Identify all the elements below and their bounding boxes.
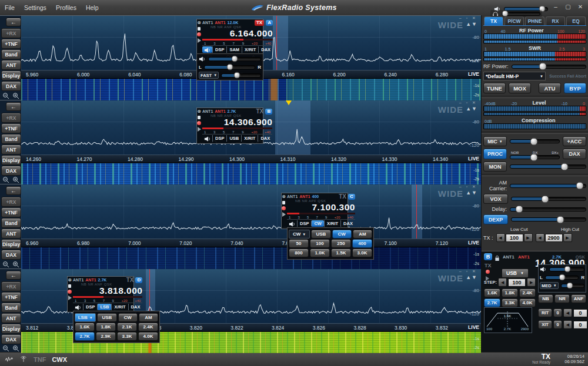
- delay-slider[interactable]: [510, 207, 586, 211]
- decrement-icon[interactable]: ◀: [536, 233, 544, 242]
- agc-select[interactable]: FAST▼: [199, 72, 219, 79]
- minimize-button[interactable]: ‒: [552, 3, 560, 11]
- filter-width-button[interactable]: 400: [352, 239, 372, 248]
- filter-width-button[interactable]: 2.7K: [75, 332, 95, 341]
- filter-preset-button[interactable]: 1.6K: [484, 288, 500, 297]
- dexp-slider[interactable]: [511, 217, 586, 221]
- filter-preset-button[interactable]: 1.8K: [502, 288, 518, 297]
- play-icon[interactable]: [198, 38, 201, 43]
- dax-button[interactable]: DAX: [563, 149, 586, 159]
- panel-menu-button[interactable]: +RX: [1, 113, 21, 123]
- filter-width-button[interactable]: 2.9K: [96, 332, 116, 341]
- panel-menu-button[interactable]: Display: [1, 239, 21, 249]
- record-icon[interactable]: [486, 270, 490, 274]
- flag-menu-button[interactable]: DSP: [297, 220, 311, 227]
- mode-button[interactable]: USB: [97, 313, 116, 322]
- filter-width-button[interactable]: 250: [331, 239, 351, 248]
- tx-profile-select[interactable]: *Default HM-P▼: [483, 72, 546, 80]
- filter-width-button[interactable]: 100: [310, 239, 330, 248]
- vox-button[interactable]: VOX: [483, 194, 508, 204]
- play-icon[interactable]: [282, 212, 286, 217]
- rf-power-slider[interactable]: [512, 65, 586, 69]
- panel-menu-button[interactable]: +TNF: [1, 292, 21, 302]
- atu-button[interactable]: ATU: [539, 83, 561, 93]
- filter-preset-button[interactable]: 4.0K: [519, 298, 536, 307]
- bandwidth-label[interactable]: 2.7K: [98, 278, 107, 282]
- zoom-down-icon[interactable]: ▼: [472, 106, 477, 112]
- record-icon[interactable]: [282, 206, 286, 210]
- flag-menu-button[interactable]: DAX: [258, 135, 272, 142]
- am-carrier-slider[interactable]: [510, 184, 586, 188]
- balance-slider[interactable]: [204, 65, 255, 69]
- panel-menu-button[interactable]: +RX: [1, 28, 21, 38]
- mic-gain-slider[interactable]: [510, 139, 560, 143]
- panel-menu-button[interactable]: ANT: [1, 229, 21, 239]
- filter-width-button[interactable]: 3.0K: [352, 249, 372, 257]
- filter-width-button[interactable]: 1.8K: [96, 323, 116, 331]
- maximize-button[interactable]: ▢: [564, 3, 572, 11]
- flag-menu-button[interactable]: X/RIT: [324, 220, 340, 227]
- record-icon[interactable]: [68, 290, 72, 294]
- flag-menu-button[interactable]: SAM: [226, 46, 242, 53]
- increment-icon[interactable]: ▶: [527, 278, 536, 287]
- menu-item[interactable]: Profiles: [56, 4, 76, 11]
- agc-threshold-slider[interactable]: [221, 73, 261, 78]
- filter-width-button[interactable]: 1.6K: [75, 323, 95, 331]
- panel-menu-button[interactable]: +TNF: [1, 207, 21, 217]
- menu-item[interactable]: Settings: [24, 4, 46, 11]
- bandwidth-label[interactable]: 2.7K: [228, 109, 236, 113]
- audio-popup-button[interactable]: [73, 304, 83, 310]
- nr-button[interactable]: NR: [554, 294, 570, 303]
- sidebar-tab[interactable]: P/CW: [505, 16, 524, 25]
- tx-antenna-label[interactable]: ANT1: [215, 21, 225, 25]
- sidebar-tab[interactable]: RX: [546, 16, 565, 25]
- increment-icon[interactable]: ▶: [524, 233, 533, 242]
- frequency-axis-b[interactable]: 14.26014.27014.28014.29014.30014.31014.3…: [21, 155, 481, 163]
- flag-menu-button[interactable]: DAX: [340, 220, 355, 227]
- panel-menu-button[interactable]: ANT: [1, 60, 21, 70]
- mode-button[interactable]: USB: [311, 230, 330, 239]
- frequency-readout[interactable]: 7.100.300: [287, 203, 355, 212]
- collapse-button[interactable]: ←: [6, 271, 21, 280]
- panel-menu-button[interactable]: +TNF: [1, 123, 21, 133]
- zoom-up-icon[interactable]: ▲: [466, 190, 472, 196]
- waterfall-display-c[interactable]: -1s -2s: [21, 246, 481, 269]
- volume-slider[interactable]: [549, 267, 584, 271]
- zoom-up-icon[interactable]: ▲: [466, 21, 472, 27]
- flag-menu-button[interactable]: X/RIT: [241, 135, 258, 142]
- frequency-readout[interactable]: 14.306.900: [202, 117, 272, 127]
- balance-slider[interactable]: [545, 276, 579, 280]
- panel-menu-button[interactable]: +RX: [1, 197, 21, 207]
- panel-menu-button[interactable]: Display: [1, 155, 21, 165]
- collapse-button[interactable]: ←: [6, 102, 21, 111]
- bandwidth-label[interactable]: 12.0K: [228, 21, 239, 25]
- play-icon[interactable]: [68, 296, 72, 300]
- play-icon[interactable]: [198, 127, 201, 132]
- rit-zero-button[interactable]: 0: [553, 308, 562, 317]
- filter-width-button[interactable]: 3.3K: [117, 332, 137, 341]
- zoom-in-icon[interactable]: [12, 176, 19, 183]
- filter-width-button[interactable]: 2.1K: [117, 323, 137, 331]
- zoom-out-icon[interactable]: [2, 92, 9, 99]
- slice-flag-c[interactable]: ⊗ ANT1 ANT1 400 TX C NB NR APF QSK 7.100…: [281, 193, 348, 229]
- tx-label[interactable]: TX: [485, 263, 492, 268]
- waterfall-display-b[interactable]: -1s -2s: [21, 162, 481, 184]
- frequency-readout[interactable]: 3.818.000: [73, 286, 142, 296]
- filter-width-button[interactable]: 50: [289, 239, 309, 248]
- mode-select[interactable]: CW▼: [289, 230, 310, 239]
- dexp-button[interactable]: DEXP: [483, 214, 508, 224]
- agc-threshold-slider[interactable]: [561, 284, 584, 288]
- rit-button[interactable]: RIT: [538, 308, 552, 317]
- tx-label[interactable]: TX: [256, 109, 264, 115]
- zoom-in-icon[interactable]: [12, 92, 19, 99]
- tx-antenna-label[interactable]: ANT1: [85, 278, 96, 282]
- panel-menu-button[interactable]: ANT: [1, 313, 21, 323]
- decrement-icon[interactable]: ◀: [496, 233, 505, 242]
- frequency-readout[interactable]: 6.164.000: [202, 29, 273, 38]
- panel-menu-button[interactable]: Display: [1, 70, 21, 80]
- flag-menu-button[interactable]: DSP: [212, 135, 226, 142]
- zoom-out-icon[interactable]: [2, 260, 9, 268]
- zoom-down-icon[interactable]: ▼: [472, 274, 477, 280]
- mon-button[interactable]: MON: [483, 162, 507, 172]
- mic-select[interactable]: MIC▼: [483, 136, 507, 146]
